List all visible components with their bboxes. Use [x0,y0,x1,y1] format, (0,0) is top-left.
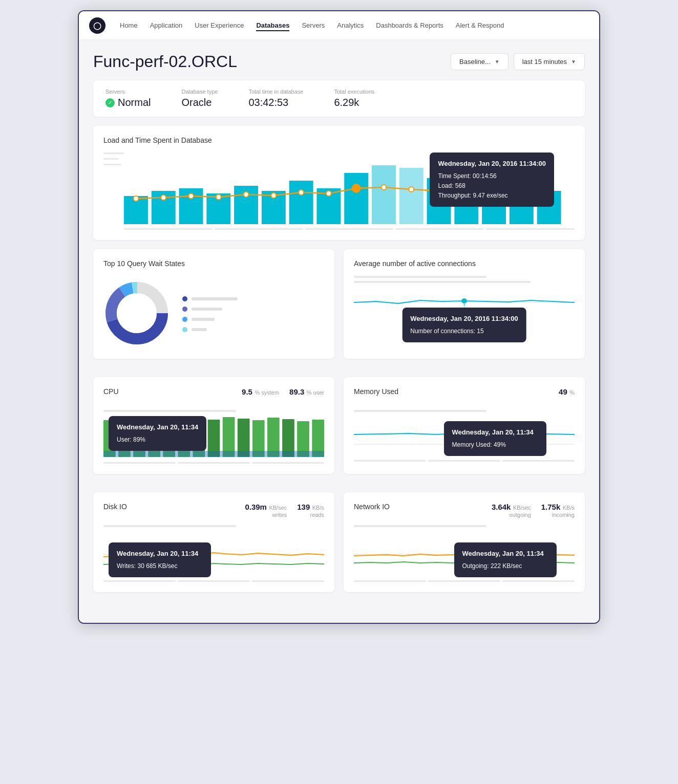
svg-point-19 [216,194,221,200]
memory-tooltip-date: Wednesday, Jan 20, 11:34 [452,427,538,438]
load-chart-title: Load and Time Spent in Database [103,136,575,144]
network-placeholder [354,525,575,527]
network-title: Network IO [354,503,390,511]
disk-x-line [103,580,176,582]
disk-writes-unit: KB/sec [269,505,287,511]
two-col-row-2: CPU 9.5 % system 89.3 % user [93,377,585,483]
metric-servers: Servers ✓ Normal [105,89,151,108]
servers-value: ✓ Normal [105,97,151,108]
legend-bar-1 [192,297,238,300]
network-x-labels [354,580,575,582]
disk-title: Disk IO [103,503,127,511]
svg-point-21 [271,193,276,198]
cpu-system-pct: 9.5 [242,387,252,396]
servers-label: Servers [105,89,151,95]
network-stats: 3.64k KB/sec outgoing 1.75k KB/s incomin… [492,503,575,518]
status-dot-icon: ✓ [105,98,115,107]
y-label-line [103,153,124,154]
two-col-row-1: Top 10 Query Wait States [93,249,585,368]
nav-item-application[interactable]: Application [150,19,183,31]
active-connections-panel: Average number of active connections [344,249,585,359]
disk-reads-unit: KB/s [312,505,324,511]
nav-item-databases[interactable]: Databases [256,19,289,31]
cpu-placeholder [103,410,324,412]
donut-section [103,276,324,349]
network-x-line [502,580,575,582]
network-io-panel: Network IO 3.64k KB/sec outgoing 1.75k [344,492,585,592]
page-header: Func-perf-02.ORCL Baseline... ▼ last 15 … [93,52,585,71]
legend-dot-4 [182,327,187,332]
load-tooltip-time-spent: Time Spent: 00:14:56 [438,171,546,181]
disk-writes-stat: 0.39m KB/sec writes [245,503,287,518]
donut-chart [103,280,170,349]
network-incoming-value: 1.75k [541,503,561,511]
disk-reads-value: 139 [297,503,310,511]
legend-item-4 [182,327,238,332]
disk-io-panel: Disk IO 0.39m KB/sec writes 139 [93,492,334,592]
total-exec-value: 6.29k [334,97,374,108]
donut-legend [182,296,238,332]
conn-placeholder-lines [354,276,575,283]
load-chart-area: Wednesday, Jan 20, 2016 11:34:00 Time Sp… [103,153,575,224]
x-label [215,228,303,230]
disk-stats: 0.39m KB/sec writes 139 KB/s reads [245,503,324,518]
load-chart-tooltip: Wednesday, Jan 20, 2016 11:34:00 Time Sp… [430,153,554,207]
svg-point-22 [299,190,304,195]
svg-point-25 [382,185,387,190]
disk-reads-label: reads [297,512,324,518]
network-incoming-stat: 1.75k KB/s incoming [541,503,575,518]
chart-x-labels [103,228,575,230]
svg-point-18 [188,193,194,199]
cpu-line [103,410,236,412]
disk-placeholder [103,525,324,527]
cpu-tooltip: Wednesday, Jan 20, 11:34 User: 89% [109,416,206,451]
memory-stat: 49 % [559,387,575,397]
nav-item-home[interactable]: Home [120,19,138,31]
time-dropdown[interactable]: last 15 minutes ▼ [514,53,585,70]
network-outgoing-value: 3.64k [492,503,511,511]
nav-item-analytics[interactable]: Analytics [337,19,364,31]
svg-rect-9 [372,165,396,224]
cpu-panel: CPU 9.5 % system 89.3 % user [93,377,334,474]
cpu-tooltip-date: Wednesday, Jan 20, 11:34 [117,422,198,433]
svg-point-20 [244,192,249,197]
connections-tooltip-value: Number of connections: 15 [410,326,518,336]
x-label [486,228,575,230]
network-header: Network IO 3.64k KB/sec outgoing 1.75k [354,503,575,519]
memory-header: Memory Used 49 % [354,387,575,404]
x-label [124,228,213,230]
network-tooltip-date: Wednesday, Jan 20, 11:34 [462,549,548,559]
load-tooltip-throughput: Throughput: 9.47 exe/sec [438,191,546,201]
baseline-arrow-icon: ▼ [495,59,500,64]
network-incoming-label: incoming [541,512,575,518]
total-time-label: Total time in database [248,89,303,95]
db-type-label: Database type [181,89,218,95]
legend-dot-1 [182,296,187,301]
svg-point-26 [409,187,414,192]
svg-point-17 [161,195,166,200]
app-wrapper: ◯ Home Application User Experience Datab… [78,10,600,624]
disk-reads-stat: 139 KB/s reads [297,503,324,518]
y-label-line [103,158,119,160]
cpu-x-line [103,462,176,464]
connections-tooltip: Wednesday, Jan 20, 2016 11:34:00 Number … [402,308,526,342]
memory-x-line [502,460,575,462]
cpu-x-labels [103,462,324,464]
load-chart-panel: Load and Time Spent in Database [93,126,585,240]
network-outgoing-stat: 3.64k KB/sec outgoing [492,503,531,518]
nav-item-alert[interactable]: Alert & Respond [456,19,504,31]
svg-point-23 [326,191,331,196]
baseline-label: Baseline... [459,58,491,66]
active-connections-title: Average number of active connections [354,259,575,268]
nav-item-user-experience[interactable]: User Experience [195,19,244,31]
cpu-stats: 9.5 % system 89.3 % user [242,387,324,397]
main-nav: ◯ Home Application User Experience Datab… [79,11,599,40]
memory-chart-wrapper: Wednesday, Jan 20, 11:34 Memory Used: 49… [354,416,575,457]
nav-item-dashboards[interactable]: Dashboards & Reports [376,19,443,31]
svg-point-37 [117,293,157,333]
connections-chart-area: Wednesday, Jan 20, 2016 11:34:00 Number … [354,276,575,342]
disk-x-line [252,580,324,582]
baseline-dropdown[interactable]: Baseline... ▼ [451,53,508,70]
nav-item-servers[interactable]: Servers [302,19,325,31]
disk-x-labels [103,580,324,582]
